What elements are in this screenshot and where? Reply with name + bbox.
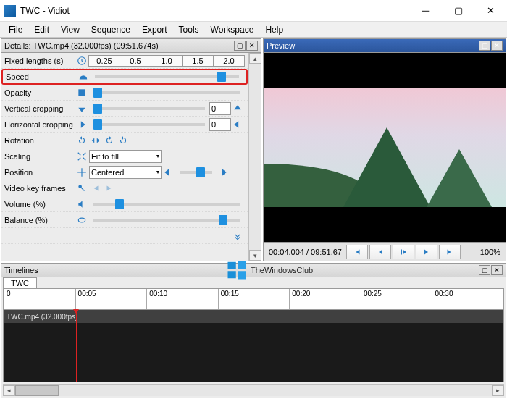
speed-label: Speed [6, 72, 77, 81]
app-icon [4, 5, 16, 17]
speedometer-icon[interactable] [77, 70, 90, 83]
fixed-btn-1[interactable]: 0.5 [120, 55, 151, 67]
pane-max-icon[interactable]: ▢ [479, 41, 490, 51]
position-row: Position Centered▾ [1, 164, 248, 180]
svg-rect-6 [228, 271, 236, 278]
ruler-tick: 00:05 [75, 289, 147, 309]
key-prev-icon[interactable] [89, 182, 102, 195]
hcrop-left-slider[interactable] [93, 123, 205, 126]
zoom-level: 100% [477, 248, 503, 256]
preview-panel: Preview ▢ ✕ 00:04.004 / 09:51.67 100% [263, 38, 506, 261]
details-vscroll[interactable]: ▴ ▾ [248, 53, 261, 261]
vcrop-value[interactable] [209, 102, 231, 115]
pane-max-icon[interactable]: ▢ [479, 265, 490, 275]
ruler-tick: 00:20 [289, 289, 361, 309]
up-arrow-icon[interactable] [231, 102, 244, 115]
details-title: Details: TWC.mp4 (32.000fps) (09:51.674s… [4, 41, 233, 50]
rotate-left-icon[interactable] [75, 134, 88, 147]
pos-right-icon[interactable] [217, 166, 230, 179]
scroll-left-icon[interactable]: ◂ [3, 385, 15, 396]
more-row [1, 228, 248, 244]
ruler-tick: 00:30 [432, 289, 503, 309]
balance-label: Balance (%) [4, 216, 75, 224]
timelines-panel: Timelines ▢ ✕ TheWindowsClub TWC 0 00:05… [1, 263, 506, 398]
goto-end-button[interactable] [439, 245, 461, 259]
scroll-thumb[interactable] [15, 385, 59, 396]
minimize-button[interactable]: ─ [409, 0, 442, 22]
timeline-tab[interactable]: TWC [3, 277, 37, 288]
scroll-up-icon[interactable]: ▴ [249, 53, 261, 64]
maximize-button[interactable]: ▢ [442, 0, 474, 22]
clock-icon[interactable] [75, 54, 88, 67]
right-arrow-icon[interactable] [75, 118, 88, 131]
timeline-ruler[interactable]: 0 00:05 00:10 00:15 00:20 00:25 00:30 [3, 288, 504, 310]
menu-workspace[interactable]: Workspace [205, 25, 260, 35]
ruler-tick: 00:15 [218, 289, 290, 309]
scaling-label: Scaling [4, 152, 75, 161]
rotate-cw-icon[interactable] [117, 134, 130, 147]
menu-view[interactable]: View [55, 25, 85, 35]
key-icon[interactable] [75, 182, 88, 195]
menu-file[interactable]: File [3, 25, 28, 35]
goto-start-button[interactable] [346, 245, 368, 259]
down-arrow-icon[interactable] [75, 102, 88, 115]
step-fwd-button[interactable] [416, 245, 437, 259]
opacity-icon[interactable] [75, 86, 88, 99]
scaling-row: Scaling Fit to fill▾ [1, 148, 248, 164]
pane-close-icon[interactable]: ✕ [491, 41, 503, 51]
volume-slider[interactable] [93, 203, 240, 206]
preview-header: Preview ▢ ✕ [264, 39, 506, 53]
menu-export[interactable]: Export [136, 25, 173, 35]
pane-close-icon[interactable]: ✕ [246, 41, 258, 51]
fixed-lengths-label: Fixed lengths (s) [4, 56, 75, 65]
position-combo[interactable]: Centered▾ [89, 166, 162, 179]
watermark-logo-icon [226, 259, 248, 281]
ruler-tick: 00:10 [146, 289, 218, 309]
timeline-track[interactable]: TWC.mp4 (32.000fps) [3, 310, 504, 382]
pane-max-icon[interactable]: ▢ [234, 41, 246, 51]
timeline-hscroll[interactable]: ◂ ▸ [3, 384, 504, 396]
details-header: Details: TWC.mp4 (32.000fps) (09:51.674s… [1, 39, 261, 53]
menu-edit[interactable]: Edit [28, 25, 55, 35]
playhead[interactable] [76, 310, 77, 382]
menu-help[interactable]: Help [259, 25, 289, 35]
titlebar: TWC - Vidiot ─ ▢ ✕ [0, 0, 507, 22]
svg-rect-1 [78, 89, 85, 96]
play-button[interactable] [393, 245, 414, 259]
volume-label: Volume (%) [4, 200, 75, 209]
fixed-btn-3[interactable]: 1.5 [182, 55, 214, 67]
menu-tools[interactable]: Tools [173, 25, 205, 35]
opacity-slider[interactable] [93, 91, 240, 94]
watermark: TheWindowsClub [226, 259, 313, 281]
fixed-btn-0[interactable]: 0.25 [88, 55, 120, 67]
balance-icon[interactable] [75, 214, 88, 227]
speed-slider[interactable] [95, 75, 239, 78]
scaling-combo[interactable]: Fit to fill▾ [89, 150, 162, 163]
rotate-ccw-icon[interactable] [103, 134, 116, 147]
volume-row: Volume (%) [1, 196, 248, 212]
close-button[interactable]: ✕ [474, 0, 507, 22]
hcrop-value[interactable] [209, 118, 231, 131]
position-icon[interactable] [75, 166, 88, 179]
fixed-btn-4[interactable]: 2.0 [213, 55, 245, 67]
key-next-icon[interactable] [103, 182, 116, 195]
pos-left-icon[interactable] [162, 166, 175, 179]
svg-rect-4 [228, 262, 236, 269]
speaker-icon[interactable] [75, 198, 88, 211]
scroll-right-icon[interactable]: ▸ [492, 385, 504, 396]
menu-sequence[interactable]: Sequence [85, 25, 136, 35]
vcrop-top-slider[interactable] [93, 107, 205, 110]
flip-h-icon[interactable] [89, 134, 102, 147]
chevron-down-icon: ▾ [156, 169, 159, 175]
fixed-btn-2[interactable]: 1.0 [151, 55, 183, 67]
expand-down-icon[interactable] [231, 230, 244, 243]
scale-icon[interactable] [75, 150, 88, 163]
vkey-row: Video key frames [1, 180, 248, 196]
step-back-button[interactable] [369, 245, 391, 259]
video-viewport[interactable] [264, 53, 506, 242]
position-slider[interactable] [180, 171, 212, 174]
left-arrow-icon[interactable] [231, 118, 244, 131]
balance-slider[interactable] [93, 219, 240, 222]
pane-close-icon[interactable]: ✕ [491, 265, 503, 275]
chevron-down-icon: ▾ [156, 153, 159, 159]
